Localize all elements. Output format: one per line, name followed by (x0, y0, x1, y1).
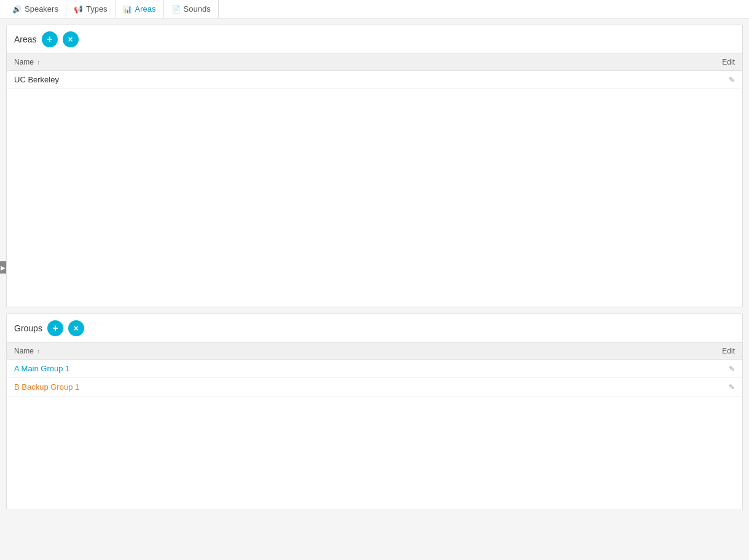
areas-col-name-label: Name (14, 58, 34, 66)
areas-table: Name ↑ Edit UC Berkeley✎ (7, 53, 742, 89)
groups-row-name: B Backup Group 1 (7, 378, 712, 396)
areas-table-header-row: Name ↑ Edit (7, 54, 742, 71)
groups-col-edit-header: Edit (712, 343, 742, 360)
edit-icon[interactable]: ✎ (729, 76, 735, 84)
table-row: A Main Group 1✎ (7, 360, 742, 378)
nav-sounds[interactable]: 📄 Sounds (164, 0, 219, 18)
areas-add-button[interactable]: + (42, 31, 58, 47)
areas-row-edit[interactable]: ✎ (712, 71, 742, 89)
nav-speakers-label: Speakers (25, 4, 58, 14)
groups-close-button[interactable]: × (68, 320, 84, 336)
groups-row-edit[interactable]: ✎ (712, 378, 742, 396)
nav-types-label: Types (86, 4, 108, 14)
groups-col-name-header[interactable]: Name ↑ (7, 343, 712, 360)
groups-table-header-row: Name ↑ Edit (7, 343, 742, 360)
groups-row-link[interactable]: B Backup Group 1 (14, 382, 79, 392)
table-row: B Backup Group 1✎ (7, 378, 742, 396)
nav-areas[interactable]: 📊 Areas (116, 0, 164, 18)
types-icon: 📢 (74, 5, 83, 14)
edit-icon[interactable]: ✎ (729, 383, 735, 392)
areas-close-button[interactable]: × (63, 31, 79, 47)
areas-panel: Areas + × Name ↑ Edit UC Berkeley✎ (6, 25, 743, 307)
nav-bar: 🔊 Speakers 📢 Types 📊 Areas 📄 Sounds (0, 0, 749, 18)
groups-col-name-label: Name (14, 347, 34, 355)
nav-speakers[interactable]: 🔊 Speakers (5, 0, 66, 18)
speakers-icon: 🔊 (12, 5, 22, 14)
sounds-icon: 📄 (171, 5, 181, 14)
areas-table-body: UC Berkeley✎ (7, 71, 742, 89)
groups-col-edit-label: Edit (722, 347, 735, 355)
groups-row-link[interactable]: A Main Group 1 (14, 364, 69, 373)
areas-sort-icon: ↑ (37, 59, 40, 66)
groups-sort-icon: ↑ (37, 348, 40, 355)
groups-row-name: A Main Group 1 (7, 360, 712, 378)
groups-panel-header: Groups + × (7, 314, 742, 342)
edit-icon[interactable]: ✎ (729, 365, 735, 373)
areas-col-name-header[interactable]: Name ↑ (7, 54, 712, 71)
areas-icon: 📊 (123, 5, 132, 14)
table-row: UC Berkeley✎ (7, 71, 742, 89)
sidebar-toggle[interactable]: ▶ (0, 261, 6, 274)
areas-col-edit-label: Edit (722, 58, 735, 66)
groups-table: Name ↑ Edit A Main Group 1✎B Backup Grou… (7, 342, 742, 396)
areas-row-name: UC Berkeley (7, 71, 712, 89)
groups-row-edit[interactable]: ✎ (712, 360, 742, 378)
groups-table-body: A Main Group 1✎B Backup Group 1✎ (7, 360, 742, 396)
nav-areas-label: Areas (135, 4, 156, 14)
areas-panel-title: Areas (14, 34, 37, 44)
nav-sounds-label: Sounds (184, 4, 211, 14)
areas-panel-header: Areas + × (7, 25, 742, 53)
main-content: ▶ Areas + × Name ↑ Edit UC (0, 18, 749, 516)
groups-add-button[interactable]: + (47, 320, 63, 336)
nav-types[interactable]: 📢 Types (66, 0, 116, 18)
groups-panel: Groups + × Name ↑ Edit A Main Group 1✎B … (6, 314, 743, 510)
groups-panel-title: Groups (14, 323, 42, 333)
areas-col-edit-header: Edit (712, 54, 742, 71)
